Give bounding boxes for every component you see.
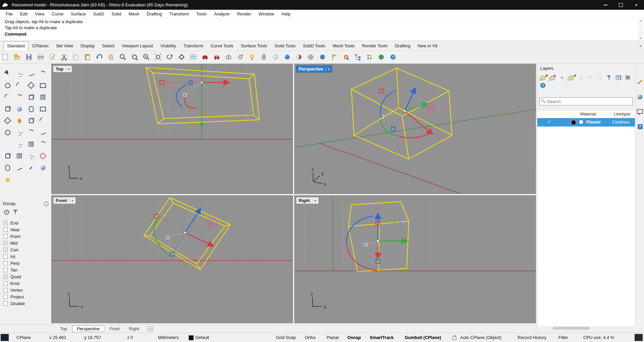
- menu-item-view[interactable]: View: [31, 10, 48, 18]
- toggle-gumball[interactable]: Gumball (CPlane): [405, 333, 441, 342]
- tool-button[interactable]: [26, 128, 36, 138]
- status-cplane[interactable]: CPlane: [16, 333, 31, 342]
- display-sphere-icon[interactable]: [637, 94, 643, 100]
- toggle-record-history[interactable]: Record History: [517, 333, 546, 342]
- command-area[interactable]: Drag objects, tap Alt to make a duplicat…: [0, 18, 644, 41]
- menu-item-help[interactable]: Help: [278, 10, 294, 18]
- tool-box-button[interactable]: [3, 104, 13, 114]
- tool-curve-button[interactable]: [38, 69, 48, 79]
- layer-on-check-icon[interactable]: ✓: [547, 119, 551, 125]
- checkbox-quad[interactable]: [3, 275, 8, 279]
- tab-drafting[interactable]: Drafting: [391, 41, 414, 51]
- tool-button[interactable]: [3, 151, 13, 161]
- layer-color-swatch[interactable]: [571, 120, 576, 125]
- move-layer-down-icon[interactable]: ▽: [586, 74, 594, 81]
- move-layer-up-icon[interactable]: △: [577, 74, 585, 81]
- tool-rectangle-button[interactable]: [38, 81, 48, 91]
- toggle-auto-cplane[interactable]: Auto CPlane (Object): [460, 333, 501, 342]
- viewport-canvas-top[interactable]: y x: [52, 64, 293, 194]
- layers-help-icon[interactable]: ?: [540, 83, 545, 88]
- tool-button[interactable]: [38, 163, 48, 173]
- tool-button[interactable]: [38, 139, 48, 149]
- menu-item-mesh[interactable]: Mesh: [125, 10, 143, 18]
- wireframe-view-icon[interactable]: [308, 55, 313, 59]
- scroll-down-icon[interactable]: ▼: [639, 37, 642, 40]
- viewport-title-perspective[interactable]: Perspective ▾: [296, 65, 332, 72]
- tab-viewport-layout[interactable]: Viewport Layout: [118, 41, 157, 51]
- open-file-icon[interactable]: [14, 55, 20, 59]
- tool-button[interactable]: [26, 151, 36, 161]
- cut-icon[interactable]: [62, 54, 67, 60]
- pan-icon[interactable]: [109, 54, 113, 60]
- lightbulb-icon[interactable]: [250, 55, 254, 60]
- tool-check-button[interactable]: ✓: [26, 163, 36, 173]
- drafting-flag-icon[interactable]: [333, 54, 337, 60]
- tool-sphere-button[interactable]: [14, 104, 24, 114]
- tool-chamfer-button[interactable]: [38, 116, 48, 126]
- checkbox-end[interactable]: [3, 221, 8, 225]
- menu-item-window[interactable]: Window: [255, 10, 278, 18]
- tool-text-button[interactable]: [3, 139, 13, 149]
- osnap-row-cen[interactable]: Cen: [3, 246, 51, 253]
- tab-solid-tools[interactable]: Solid Tools: [271, 41, 299, 51]
- zoom-window-icon[interactable]: [132, 54, 138, 60]
- osnap-project-icon[interactable]: [4, 210, 9, 215]
- tool-array-button[interactable]: [26, 139, 36, 149]
- tool-button[interactable]: [3, 92, 13, 102]
- tab-render-tools[interactable]: Render Tools: [358, 41, 391, 51]
- named-view-icon[interactable]: [202, 55, 208, 59]
- column-header-material[interactable]: Material: [580, 111, 596, 116]
- checkbox-mid[interactable]: [3, 241, 8, 245]
- viewport-perspective[interactable]: z y x Perspective ▾: [294, 64, 536, 194]
- viewport-front[interactable]: z x Front ▾: [51, 195, 293, 323]
- viewport-title-top[interactable]: Top ▾: [53, 65, 72, 72]
- osnap-row-vertex[interactable]: Vertex: [3, 287, 51, 293]
- tool-plane-button[interactable]: [38, 104, 48, 114]
- tool-button[interactable]: [14, 128, 24, 138]
- osnap-row-point[interactable]: Point: [3, 233, 51, 240]
- tab-cplanes[interactable]: CPlanes: [29, 41, 52, 51]
- edit-page-icon[interactable]: [50, 54, 55, 59]
- save-file-icon[interactable]: [27, 54, 31, 60]
- menu-item-tools[interactable]: Tools: [193, 10, 210, 18]
- tab-transform[interactable]: Transform: [180, 41, 207, 51]
- tool-button[interactable]: [38, 128, 48, 138]
- osnap-row-perp[interactable]: Perp: [3, 260, 51, 266]
- options-gear-icon[interactable]: [238, 54, 243, 59]
- tool-button[interactable]: [3, 116, 13, 126]
- status-units[interactable]: Millimeters: [158, 333, 179, 342]
- new-sublayer-icon[interactable]: [548, 74, 557, 81]
- osnap-gear-icon[interactable]: [44, 201, 49, 206]
- osnap-row-tan[interactable]: Tan: [3, 266, 51, 273]
- viewport-top[interactable]: y x Top ▾: [51, 64, 293, 194]
- toggle-planar[interactable]: Planar: [327, 333, 339, 342]
- column-header-linetype[interactable]: Linetype: [614, 111, 630, 116]
- status-right-icon[interactable]: [635, 334, 643, 341]
- tool-surface-button[interactable]: [26, 92, 36, 102]
- command-prompt[interactable]: Command:: [0, 31, 644, 37]
- osnap-filter-icon[interactable]: [13, 210, 18, 214]
- tab-select[interactable]: Select: [99, 41, 118, 51]
- rendered-view-icon[interactable]: [285, 55, 290, 59]
- layer-row-plaster[interactable]: ✓ Plaster Continuo: [537, 118, 635, 127]
- tab-visibility[interactable]: Visibility: [157, 41, 180, 51]
- tool-arc-button[interactable]: [14, 81, 24, 91]
- lock-tool-icon[interactable]: [262, 54, 265, 59]
- undo-icon[interactable]: [96, 55, 102, 59]
- named-view-2-icon[interactable]: [214, 55, 219, 59]
- block-hierarchy-icon[interactable]: [355, 54, 360, 60]
- menu-item-analyze[interactable]: Analyze: [210, 10, 233, 18]
- tab-new-in-v8[interactable]: New in V8: [414, 41, 441, 51]
- toggle-filter[interactable]: Filter: [558, 333, 568, 342]
- scroll-up-icon[interactable]: ▲: [639, 19, 642, 22]
- checkbox-int[interactable]: [3, 254, 8, 259]
- menu-item-render[interactable]: Render: [233, 10, 255, 18]
- checkbox-vertex[interactable]: [3, 288, 8, 292]
- tool-wedge-button[interactable]: [3, 175, 13, 185]
- osnap-row-end[interactable]: End: [3, 219, 51, 226]
- shaded-view-icon[interactable]: [273, 55, 278, 59]
- toggle-smarttrack[interactable]: SmartTrack: [370, 333, 394, 342]
- layer-linetype[interactable]: Continuo: [612, 119, 630, 125]
- checkbox-perp[interactable]: [3, 261, 8, 265]
- chevron-down-icon[interactable]: ▾: [326, 67, 330, 71]
